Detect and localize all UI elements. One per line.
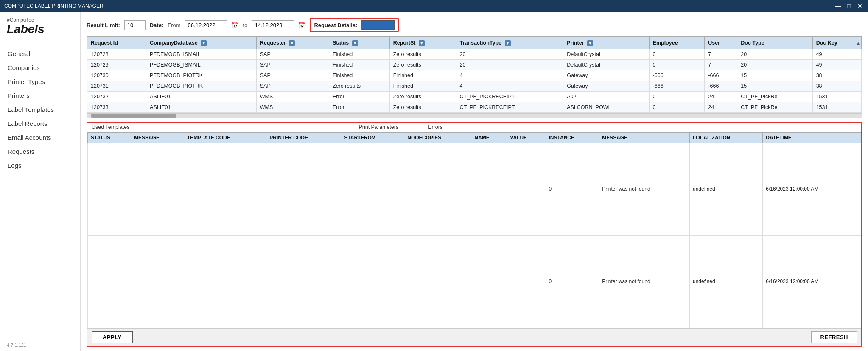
minimize-button[interactable]: — [834, 3, 842, 9]
sidebar: #CompuTec Labels General Companies Print… [0, 12, 81, 351]
col-status: Status ▼ [329, 37, 390, 49]
col-bt-message: MESSAGE [131, 132, 184, 143]
sidebar-item-companies[interactable]: Companies [0, 61, 80, 75]
col-bt-localization: LOCALIZATION [690, 132, 763, 143]
bottom-table-container: STATUS MESSAGE TEMPLATE CODE PRINTER COD… [87, 132, 861, 328]
logo-title: Labels [7, 23, 73, 36]
print-parameters-header: Print Parameters [358, 124, 398, 130]
from-calendar-icon[interactable]: 📅 [232, 22, 239, 28]
main-table: Request Id CompanyDatabase ▼ Requester ▼… [87, 37, 862, 113]
table-row: 120729PFDEMOGB_ISMAILSAPFinishedZero res… [87, 59, 862, 70]
apply-button[interactable]: APPLY [92, 331, 133, 343]
to-calendar-icon[interactable]: 📅 [298, 22, 305, 28]
col-printer: Printer ▼ [563, 37, 649, 49]
bottom-table: STATUS MESSAGE TEMPLATE CODE PRINTER COD… [87, 132, 861, 328]
main-content: Result Limit: Date: From 📅 to 📅 Request … [81, 12, 868, 351]
result-limit-label: Result Limit: [87, 22, 120, 28]
col-bt-status: STATUS [88, 132, 131, 143]
request-details-box: Request Details: [310, 18, 399, 32]
refresh-button[interactable]: REFRESH [811, 332, 857, 343]
used-templates-header: Used Templates [92, 124, 129, 130]
table-row: 120728PFDEMOGB_ISMAILSAPFinishedZero res… [87, 49, 862, 59]
to-label: to [243, 22, 248, 28]
col-bt-printer-code: PRINTER CODE [266, 132, 341, 143]
sidebar-item-logs[interactable]: Logs [0, 159, 80, 173]
errors-row: 0Printer was not foundundefined6/16/2023… [88, 235, 861, 328]
sidebar-item-printers[interactable]: Printers [0, 89, 80, 103]
from-date-input[interactable] [185, 20, 227, 30]
col-transaction-type: TransactionType ▼ [456, 37, 563, 49]
toolbar: Result Limit: Date: From 📅 to 📅 Request … [87, 18, 862, 32]
col-bt-datetime: DATETIME [763, 132, 861, 143]
col-bt-err-message: MESSAGE [599, 132, 690, 143]
filter-company-database-icon[interactable]: ▼ [201, 40, 207, 46]
bottom-section-headers: Used Templates Print Parameters Errors [87, 123, 861, 132]
filter-reportst-icon[interactable]: ▼ [419, 40, 425, 46]
date-label: Date: [150, 22, 164, 28]
logo-hashtag: #CompuTec [7, 17, 73, 23]
col-doc-type: Doc Type [737, 37, 812, 49]
table-row: 120732ASLIE01WMSErrorZero resultsCT_PF_P… [87, 91, 862, 102]
col-employee: Employee [649, 37, 705, 49]
table-row: 120731PFDEMOGB_PIOTRKSAPZero resultsFini… [87, 81, 862, 91]
col-bt-instance: INSTANCE [546, 132, 599, 143]
version-label: 4.7.1.121 [0, 339, 80, 351]
filter-printer-icon[interactable]: ▼ [587, 40, 593, 46]
app-title: COMPUTEC LABEL PRINTING MANAGER [4, 3, 104, 9]
sidebar-item-general[interactable]: General [0, 47, 80, 61]
col-requester: Requester ▼ [256, 37, 329, 49]
col-bt-noofcopies: NOOFCOPIES [404, 132, 471, 143]
filter-transaction-type-icon[interactable]: ▼ [505, 40, 511, 46]
sidebar-item-requests[interactable]: Requests [0, 145, 80, 159]
main-table-container: Request Id CompanyDatabase ▼ Requester ▼… [87, 36, 862, 118]
bottom-footer: APPLY REFRESH [87, 328, 861, 346]
errors-row: 0Printer was not foundundefined6/16/2023… [88, 143, 861, 235]
errors-header: Errors [428, 124, 442, 130]
sidebar-item-email-accounts[interactable]: Email Accounts [0, 131, 80, 145]
app-container: #CompuTec Labels General Companies Print… [0, 12, 868, 351]
col-doc-key: Doc Key ▲ [812, 37, 861, 49]
col-request-id: Request Id [87, 37, 146, 49]
horizontal-scrollbar[interactable] [87, 113, 862, 118]
col-user: User [705, 37, 737, 49]
scrollbar-thumb-horizontal [91, 114, 176, 118]
sidebar-item-printer-types[interactable]: Printer Types [0, 75, 80, 89]
request-details-input[interactable] [361, 20, 395, 30]
col-bt-template-code: TEMPLATE CODE [184, 132, 266, 143]
bottom-section: Used Templates Print Parameters Errors S… [87, 122, 862, 347]
title-bar: COMPUTEC LABEL PRINTING MANAGER — □ ✕ [0, 0, 868, 12]
logo-area: #CompuTec Labels [0, 12, 80, 43]
table-row: 120733ASLIE01WMSErrorZero resultsCT_PF_P… [87, 102, 862, 112]
data-table-wrapper: Request Id CompanyDatabase ▼ Requester ▼… [87, 36, 862, 113]
title-bar-buttons: — □ ✕ [834, 3, 864, 9]
col-bt-startfrom: STARTFROM [341, 132, 404, 143]
col-bt-name: NAME [471, 132, 507, 143]
sidebar-item-label-reports[interactable]: Label Reports [0, 117, 80, 131]
maximize-button[interactable]: □ [845, 3, 853, 9]
scroll-right-icon: ▲ [856, 41, 860, 45]
sidebar-item-label-templates[interactable]: Label Templates [0, 103, 80, 117]
col-report-st: ReportSt ▼ [389, 37, 456, 49]
from-label: From [168, 22, 180, 28]
col-bt-value: VALUE [507, 132, 546, 143]
result-limit-input[interactable] [124, 20, 146, 30]
col-company-database: CompanyDatabase ▼ [146, 37, 257, 49]
table-row: 120730PFDEMOGB_PIOTRKSAPFinishedFinished… [87, 70, 862, 81]
close-button[interactable]: ✕ [856, 3, 864, 9]
request-details-label: Request Details: [314, 22, 357, 28]
to-date-input[interactable] [252, 20, 294, 30]
filter-status-icon[interactable]: ▼ [352, 40, 358, 46]
nav-list: General Companies Printer Types Printers… [0, 43, 80, 339]
filter-requester-icon[interactable]: ▼ [289, 40, 295, 46]
